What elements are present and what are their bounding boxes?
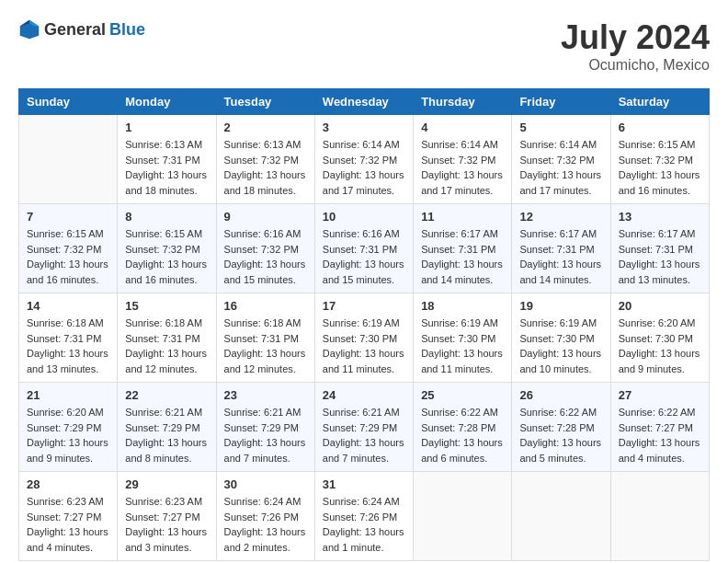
sun-info: Sunrise: 6:13 AMSunset: 7:31 PMDaylight:…: [125, 137, 208, 198]
calendar-cell: 16Sunrise: 6:18 AMSunset: 7:31 PMDayligh…: [216, 293, 314, 383]
calendar-cell: 27Sunrise: 6:22 AMSunset: 7:27 PMDayligh…: [610, 383, 709, 472]
calendar-table: SundayMondayTuesdayWednesdayThursdayFrid…: [18, 88, 710, 561]
calendar-cell: 19Sunrise: 6:19 AMSunset: 7:30 PMDayligh…: [512, 293, 610, 383]
day-number: 30: [224, 477, 307, 491]
calendar-cell: 10Sunrise: 6:16 AMSunset: 7:31 PMDayligh…: [314, 204, 413, 293]
calendar-cell: 23Sunrise: 6:21 AMSunset: 7:29 PMDayligh…: [216, 383, 314, 472]
day-number: 14: [27, 299, 109, 313]
sun-info: Sunrise: 6:22 AMSunset: 7:28 PMDaylight:…: [421, 405, 504, 465]
sun-info: Sunrise: 6:21 AMSunset: 7:29 PMDaylight:…: [125, 405, 208, 465]
calendar-cell: 14Sunrise: 6:18 AMSunset: 7:31 PMDayligh…: [19, 293, 118, 383]
calendar-cell: 8Sunrise: 6:15 AMSunset: 7:32 PMDaylight…: [118, 204, 216, 293]
day-number: 13: [619, 210, 701, 224]
day-number: 3: [323, 121, 405, 134]
sun-info: Sunrise: 6:22 AMSunset: 7:28 PMDaylight:…: [519, 405, 602, 465]
day-number: 31: [323, 477, 405, 491]
sun-info: Sunrise: 6:17 AMSunset: 7:31 PMDaylight:…: [519, 226, 602, 287]
calendar-cell: 26Sunrise: 6:22 AMSunset: 7:28 PMDayligh…: [512, 383, 610, 472]
day-number: 2: [224, 121, 307, 134]
sun-info: Sunrise: 6:24 AMSunset: 7:26 PMDaylight:…: [323, 494, 405, 555]
sun-info: Sunrise: 6:19 AMSunset: 7:30 PMDaylight:…: [519, 316, 602, 376]
sun-info: Sunrise: 6:17 AMSunset: 7:31 PMDaylight:…: [421, 226, 504, 287]
sun-info: Sunrise: 6:16 AMSunset: 7:32 PMDaylight:…: [224, 226, 307, 287]
calendar-cell: 12Sunrise: 6:17 AMSunset: 7:31 PMDayligh…: [512, 204, 610, 293]
location-subtitle: Ocumicho, Mexico: [561, 57, 710, 74]
day-number: 21: [27, 388, 109, 402]
calendar-cell: 1Sunrise: 6:13 AMSunset: 7:31 PMDaylight…: [118, 115, 216, 204]
calendar-cell: 25Sunrise: 6:22 AMSunset: 7:28 PMDayligh…: [414, 383, 512, 472]
weekday-header-row: SundayMondayTuesdayWednesdayThursdayFrid…: [19, 89, 710, 115]
day-number: 1: [125, 121, 208, 134]
sun-info: Sunrise: 6:17 AMSunset: 7:31 PMDaylight:…: [619, 226, 701, 287]
calendar-cell: 6Sunrise: 6:15 AMSunset: 7:32 PMDaylight…: [610, 115, 709, 204]
day-number: 12: [519, 210, 602, 224]
sun-info: Sunrise: 6:16 AMSunset: 7:31 PMDaylight:…: [323, 226, 405, 287]
weekday-header-friday: Friday: [512, 89, 610, 115]
calendar-cell: 21Sunrise: 6:20 AMSunset: 7:29 PMDayligh…: [19, 383, 118, 472]
sun-info: Sunrise: 6:15 AMSunset: 7:32 PMDaylight:…: [619, 137, 701, 198]
sun-info: Sunrise: 6:20 AMSunset: 7:30 PMDaylight:…: [619, 316, 701, 376]
calendar-cell: 28Sunrise: 6:23 AMSunset: 7:27 PMDayligh…: [19, 472, 118, 561]
calendar-cell: [19, 115, 118, 204]
logo: General Blue: [18, 18, 145, 40]
calendar-cell: 9Sunrise: 6:16 AMSunset: 7:32 PMDaylight…: [216, 204, 314, 293]
sun-info: Sunrise: 6:19 AMSunset: 7:30 PMDaylight:…: [323, 316, 405, 376]
calendar-week-row-3: 14Sunrise: 6:18 AMSunset: 7:31 PMDayligh…: [19, 293, 710, 383]
sun-info: Sunrise: 6:24 AMSunset: 7:26 PMDaylight:…: [224, 494, 307, 555]
day-number: 17: [323, 299, 405, 313]
calendar-cell: 4Sunrise: 6:14 AMSunset: 7:32 PMDaylight…: [414, 115, 512, 204]
calendar-week-row-4: 21Sunrise: 6:20 AMSunset: 7:29 PMDayligh…: [19, 383, 710, 472]
calendar-week-row-2: 7Sunrise: 6:15 AMSunset: 7:32 PMDaylight…: [19, 204, 710, 293]
day-number: 24: [323, 388, 405, 402]
day-number: 16: [224, 299, 307, 313]
day-number: 7: [27, 210, 109, 224]
day-number: 25: [421, 388, 504, 402]
logo-icon: [18, 18, 40, 40]
sun-info: Sunrise: 6:14 AMSunset: 7:32 PMDaylight:…: [323, 137, 405, 198]
calendar-cell: [512, 472, 610, 561]
page-header: General Blue July 2024 Ocumicho, Mexico: [18, 18, 710, 74]
month-year-title: July 2024: [561, 18, 710, 57]
day-number: 11: [421, 210, 504, 224]
sun-info: Sunrise: 6:15 AMSunset: 7:32 PMDaylight:…: [125, 226, 208, 287]
day-number: 20: [619, 299, 701, 313]
sun-info: Sunrise: 6:14 AMSunset: 7:32 PMDaylight:…: [421, 137, 504, 198]
sun-info: Sunrise: 6:13 AMSunset: 7:32 PMDaylight:…: [224, 137, 307, 198]
calendar-cell: 2Sunrise: 6:13 AMSunset: 7:32 PMDaylight…: [216, 115, 314, 204]
logo-blue-text: Blue: [109, 20, 145, 40]
sun-info: Sunrise: 6:18 AMSunset: 7:31 PMDaylight:…: [27, 316, 109, 376]
weekday-header-monday: Monday: [118, 89, 216, 115]
calendar-cell: 20Sunrise: 6:20 AMSunset: 7:30 PMDayligh…: [610, 293, 709, 383]
calendar-cell: 30Sunrise: 6:24 AMSunset: 7:26 PMDayligh…: [216, 472, 314, 561]
calendar-cell: 15Sunrise: 6:18 AMSunset: 7:31 PMDayligh…: [118, 293, 216, 383]
title-block: July 2024 Ocumicho, Mexico: [561, 18, 710, 74]
day-number: 23: [224, 388, 307, 402]
day-number: 9: [224, 210, 307, 224]
day-number: 22: [125, 388, 208, 402]
weekday-header-tuesday: Tuesday: [216, 89, 314, 115]
logo-general-text: General: [44, 20, 106, 40]
day-number: 5: [519, 121, 602, 134]
day-number: 28: [27, 477, 109, 491]
day-number: 29: [125, 477, 208, 491]
calendar-cell: 29Sunrise: 6:23 AMSunset: 7:27 PMDayligh…: [118, 472, 216, 561]
sun-info: Sunrise: 6:19 AMSunset: 7:30 PMDaylight:…: [421, 316, 504, 376]
calendar-cell: 24Sunrise: 6:21 AMSunset: 7:29 PMDayligh…: [314, 383, 413, 472]
calendar-cell: 5Sunrise: 6:14 AMSunset: 7:32 PMDaylight…: [512, 115, 610, 204]
weekday-header-wednesday: Wednesday: [314, 89, 413, 115]
day-number: 19: [519, 299, 602, 313]
weekday-header-thursday: Thursday: [414, 89, 512, 115]
calendar-cell: 13Sunrise: 6:17 AMSunset: 7:31 PMDayligh…: [610, 204, 709, 293]
calendar-cell: 22Sunrise: 6:21 AMSunset: 7:29 PMDayligh…: [118, 383, 216, 472]
day-number: 26: [519, 388, 602, 402]
sun-info: Sunrise: 6:15 AMSunset: 7:32 PMDaylight:…: [27, 226, 109, 287]
day-number: 27: [619, 388, 701, 402]
sun-info: Sunrise: 6:22 AMSunset: 7:27 PMDaylight:…: [619, 405, 701, 465]
day-number: 18: [421, 299, 504, 313]
day-number: 15: [125, 299, 208, 313]
calendar-cell: 18Sunrise: 6:19 AMSunset: 7:30 PMDayligh…: [414, 293, 512, 383]
sun-info: Sunrise: 6:20 AMSunset: 7:29 PMDaylight:…: [27, 405, 109, 465]
sun-info: Sunrise: 6:18 AMSunset: 7:31 PMDaylight:…: [125, 316, 208, 376]
weekday-header-saturday: Saturday: [610, 89, 709, 115]
calendar-cell: [414, 472, 512, 561]
